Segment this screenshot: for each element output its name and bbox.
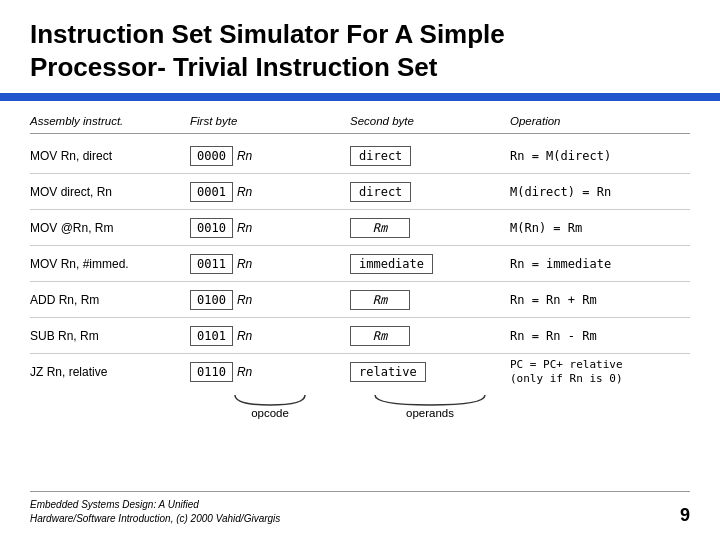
- row-instruct: SUB Rn, Rm: [30, 329, 190, 343]
- table-row: ADD Rn, Rm 0100 Rn Rm Rn = Rn + Rm: [30, 282, 690, 318]
- opcode-box: 0001: [190, 182, 233, 202]
- reg-label: Rn: [237, 149, 252, 163]
- row-secondbyte: Rm: [350, 218, 510, 238]
- page-number: 9: [680, 505, 690, 526]
- brace-op-empty: [510, 393, 710, 419]
- table-row: SUB Rn, Rm 0101 Rn Rm Rn = Rn - Rm: [30, 318, 690, 354]
- second-box: direct: [350, 146, 411, 166]
- table-row: MOV Rn, direct 0000 Rn direct Rn = M(dir…: [30, 138, 690, 174]
- row-secondbyte: Rm: [350, 326, 510, 346]
- reg-label: Rn: [237, 365, 252, 379]
- row-instruct: MOV Rn, direct: [30, 149, 190, 163]
- row-firstbyte: 0010 Rn: [190, 218, 350, 238]
- brace-operands: operands: [350, 393, 510, 419]
- row-operation: Rn = Rn - Rm: [510, 329, 710, 343]
- reg-label: Rn: [237, 329, 252, 343]
- header-secondbyte: Second byte: [350, 115, 510, 127]
- opcode-box: 0110: [190, 362, 233, 382]
- table-row: JZ Rn, relative 0110 Rn relative PC = PC…: [30, 354, 690, 391]
- opcode-box: 0011: [190, 254, 233, 274]
- reg-label: Rn: [237, 185, 252, 199]
- row-firstbyte: 0001 Rn: [190, 182, 350, 202]
- brace-empty: [30, 393, 190, 419]
- row-secondbyte: direct: [350, 146, 510, 166]
- row-instruct: MOV Rn, #immed.: [30, 257, 190, 271]
- row-instruct: ADD Rn, Rm: [30, 293, 190, 307]
- second-box: direct: [350, 182, 411, 202]
- header-instruct: Assembly instruct.: [30, 115, 190, 127]
- row-firstbyte: 0011 Rn: [190, 254, 350, 274]
- row-operation: M(direct) = Rn: [510, 185, 710, 199]
- table-row: MOV @Rn, Rm 0010 Rn Rm M(Rn) = Rm: [30, 210, 690, 246]
- row-secondbyte: direct: [350, 182, 510, 202]
- main-content: Assembly instruct. First byte Second byt…: [0, 113, 720, 419]
- page-title: Instruction Set Simulator For A Simple P…: [0, 0, 720, 93]
- table-row: MOV Rn, #immed. 0011 Rn immediate Rn = i…: [30, 246, 690, 282]
- second-box: relative: [350, 362, 426, 382]
- second-box: immediate: [350, 254, 433, 274]
- reg-label: Rn: [237, 221, 252, 235]
- reg-label: Rn: [237, 293, 252, 307]
- row-instruct: MOV direct, Rn: [30, 185, 190, 199]
- second-box: Rm: [350, 290, 410, 310]
- row-firstbyte: 0110 Rn: [190, 362, 350, 382]
- brace-opcode: opcode: [190, 393, 350, 419]
- row-operation: M(Rn) = Rm: [510, 221, 710, 235]
- blue-divider: [0, 93, 720, 101]
- row-instruct: MOV @Rn, Rm: [30, 221, 190, 235]
- row-secondbyte: Rm: [350, 290, 510, 310]
- row-firstbyte: 0101 Rn: [190, 326, 350, 346]
- table-header: Assembly instruct. First byte Second byt…: [30, 113, 690, 134]
- second-box: Rm: [350, 218, 410, 238]
- opcode-box: 0010: [190, 218, 233, 238]
- row-operation: Rn = immediate: [510, 257, 710, 271]
- opcode-box: 0000: [190, 146, 233, 166]
- brace-row: opcode operands: [30, 393, 690, 419]
- row-firstbyte: 0000 Rn: [190, 146, 350, 166]
- row-firstbyte: 0100 Rn: [190, 290, 350, 310]
- row-secondbyte: relative: [350, 362, 510, 382]
- row-secondbyte: immediate: [350, 254, 510, 274]
- second-box: Rm: [350, 326, 410, 346]
- opcode-box: 0101: [190, 326, 233, 346]
- opcode-box: 0100: [190, 290, 233, 310]
- footer-text: Embedded Systems Design: A Unified Hardw…: [30, 498, 280, 526]
- reg-label: Rn: [237, 257, 252, 271]
- footer: Embedded Systems Design: A Unified Hardw…: [30, 491, 690, 526]
- row-operation: PC = PC+ relative (only if Rn is 0): [510, 358, 710, 387]
- row-operation: Rn = Rn + Rm: [510, 293, 710, 307]
- table-row: MOV direct, Rn 0001 Rn direct M(direct) …: [30, 174, 690, 210]
- header-operation: Operation: [510, 115, 710, 127]
- header-firstbyte: First byte: [190, 115, 350, 127]
- row-instruct: JZ Rn, relative: [30, 365, 190, 379]
- row-operation: Rn = M(direct): [510, 149, 710, 163]
- instruction-table: Assembly instruct. First byte Second byt…: [30, 113, 690, 419]
